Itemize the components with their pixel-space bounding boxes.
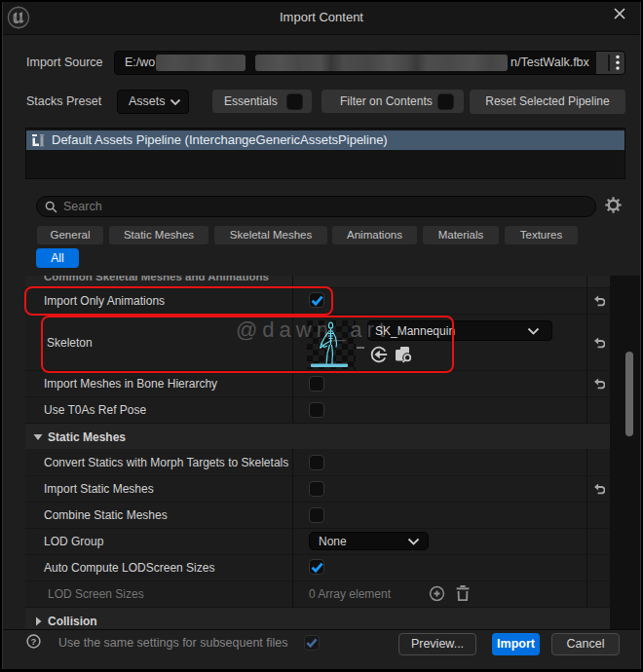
svg-text:?: ? [31, 636, 37, 647]
